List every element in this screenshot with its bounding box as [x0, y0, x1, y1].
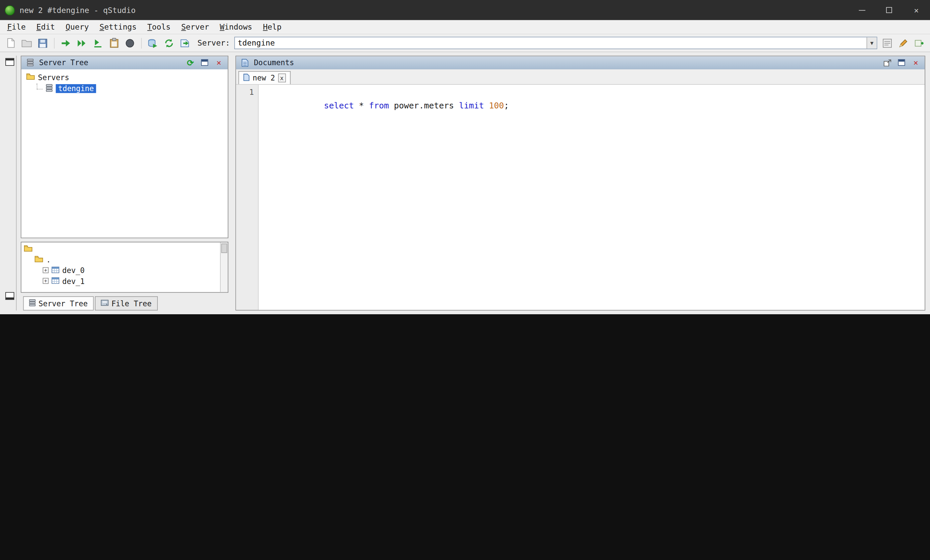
run-all-icon[interactable] — [76, 37, 88, 49]
file-tree-row-dev0[interactable]: + dev_0 — [24, 265, 228, 276]
server-tree-icon — [25, 58, 35, 68]
documents-icon — [240, 58, 250, 68]
refresh-server-icon[interactable] — [163, 37, 175, 49]
minimize-icon — [858, 10, 865, 10]
documents-header: Documents ✕ — [236, 56, 925, 69]
line-number: 1 — [236, 88, 254, 97]
send-to-server-icon[interactable] — [179, 37, 191, 49]
titlebar: new 2 #tdengine - qStudio ✕ — [0, 0, 930, 20]
app-logo-icon — [5, 5, 15, 15]
table-icon — [52, 266, 59, 275]
vertical-splitter[interactable] — [228, 55, 235, 310]
menu-file[interactable]: File — [2, 21, 30, 32]
close-panel-icon[interactable]: ✕ — [910, 58, 921, 68]
menu-settings[interactable]: Settings — [95, 21, 142, 32]
popout-icon[interactable] — [882, 58, 893, 68]
minimize-button[interactable] — [848, 0, 875, 20]
tab-file-tree[interactable]: File Tree — [95, 296, 157, 311]
document-tab-new2[interactable]: new 2 x — [238, 71, 290, 84]
tree-node-tdengine[interactable]: tdengine — [23, 83, 227, 94]
server-combo[interactable]: ▼ — [234, 37, 877, 49]
edit-icon[interactable] — [898, 37, 909, 49]
file-tree-preview-panel: . + dev_0 + — [21, 242, 228, 293]
file-tree-tab-icon — [101, 299, 108, 308]
selected-server-label[interactable]: tdengine — [55, 84, 96, 93]
tab-server-tree[interactable]: Server Tree — [23, 296, 94, 311]
run-query-icon[interactable] — [60, 37, 72, 49]
run-line-icon[interactable] — [92, 37, 104, 49]
left-dock-strip — [4, 55, 17, 310]
server-tree-column: Server Tree ⟳ ✕ Servers — [21, 55, 228, 310]
documents-panel: Documents ✕ new 2 x — [235, 55, 925, 310]
folder-icon — [24, 244, 32, 253]
add-server-icon[interactable] — [913, 37, 925, 49]
window-title: new 2 #tdengine - qStudio — [20, 6, 136, 15]
close-icon: ✕ — [914, 6, 919, 14]
close-button[interactable]: ✕ — [903, 0, 930, 20]
file-tree-dot-row[interactable]: . — [24, 254, 228, 265]
workspace: Server Tree ⟳ ✕ Servers — [0, 52, 930, 314]
menu-windows[interactable]: Windows — [215, 21, 257, 32]
maximize-icon — [886, 7, 892, 13]
menubar: File Edit Query Settings Tools Server Wi… — [0, 20, 930, 35]
sql-notes-icon[interactable] — [881, 37, 893, 49]
menu-query[interactable]: Query — [61, 21, 94, 32]
server-tree-panel: Server Tree ⟳ ✕ Servers — [21, 55, 228, 238]
sql-line-tokens: select * from power.meters limit 100; — [324, 101, 509, 110]
open-file-icon[interactable] — [21, 37, 32, 49]
close-panel-icon[interactable]: ✕ — [213, 58, 224, 68]
horizontal-splitter[interactable] — [4, 311, 925, 314]
documents-title: Documents — [254, 58, 294, 67]
maximize-panel-icon[interactable] — [896, 58, 907, 68]
menu-help[interactable]: Help — [258, 21, 286, 32]
left-panel-tabs: Server Tree File Tree — [21, 295, 228, 310]
tab-close-icon[interactable]: x — [278, 74, 286, 83]
document-tab-bar: new 2 x — [236, 69, 925, 84]
refresh-icon[interactable]: ⟳ — [185, 58, 196, 68]
document-icon — [243, 73, 250, 83]
table-icon — [52, 276, 59, 285]
toolbar-separator — [54, 38, 55, 48]
toolbar-separator — [141, 38, 142, 48]
stop-icon[interactable] — [124, 37, 136, 49]
dock-window-icon[interactable] — [5, 292, 14, 300]
server-icon — [46, 84, 52, 94]
menu-edit[interactable]: Edit — [32, 21, 60, 32]
file-tree-root-row[interactable] — [24, 243, 228, 254]
expander-icon[interactable]: + — [43, 278, 49, 284]
line-number-gutter: 1 — [236, 85, 259, 310]
toolbar: Server: ▼ — [0, 34, 930, 52]
run-script-icon[interactable] — [147, 37, 159, 49]
server-tree-body: Servers tdengine — [21, 69, 228, 238]
server-tree-tab-icon — [29, 299, 35, 308]
server-combo-arrow-icon[interactable]: ▼ — [867, 37, 876, 49]
maximize-panel-icon[interactable] — [199, 58, 210, 68]
file-tree-row-dev1[interactable]: + dev_1 — [24, 276, 228, 286]
server-combo-label: Server: — [197, 38, 230, 48]
sql-editor[interactable]: 1 select * from power.meters limit 100; — [236, 85, 925, 310]
tree-node-servers[interactable]: Servers — [23, 72, 227, 83]
server-tree-header: Server Tree ⟳ ✕ — [21, 56, 228, 69]
scrollbar[interactable] — [220, 242, 228, 292]
menu-tools[interactable]: Tools — [142, 21, 175, 32]
sql-code-area[interactable]: select * from power.meters limit 100; — [259, 85, 925, 310]
dock-window-icon[interactable] — [5, 58, 14, 66]
tree-connector — [37, 83, 43, 89]
scrollbar-thumb[interactable] — [221, 243, 227, 253]
expander-icon[interactable]: + — [43, 267, 49, 273]
paste-icon[interactable] — [108, 37, 120, 49]
folder-icon — [26, 73, 35, 82]
server-combo-input[interactable] — [235, 37, 867, 49]
maximize-button[interactable] — [875, 0, 903, 20]
save-icon[interactable] — [37, 37, 49, 49]
server-tree-title: Server Tree — [39, 58, 89, 67]
folder-icon — [34, 255, 43, 264]
new-file-icon[interactable] — [5, 37, 17, 49]
menu-server[interactable]: Server — [176, 21, 214, 32]
qstudio-window: new 2 #tdengine - qStudio ✕ File Edit Qu… — [0, 0, 930, 314]
